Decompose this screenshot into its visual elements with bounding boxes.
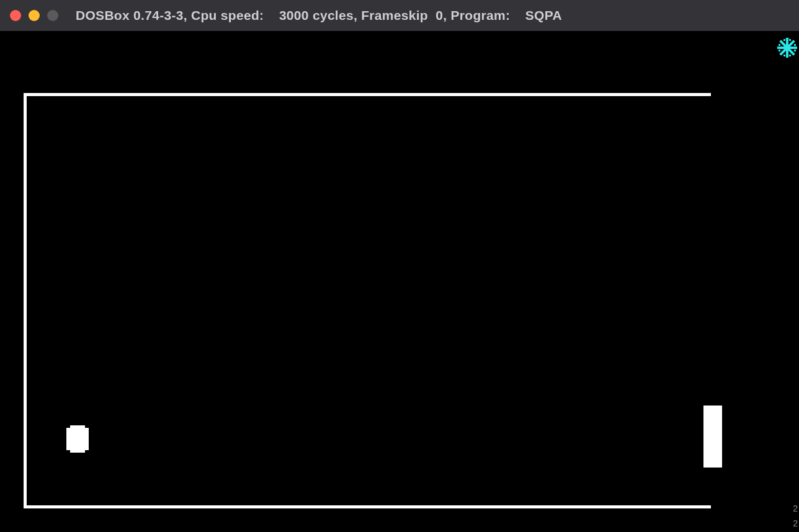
traffic-lights (10, 10, 58, 21)
svg-rect-8 (789, 55, 791, 56)
svg-rect-5 (783, 39, 785, 41)
game-area[interactable]: 2 2 (0, 31, 799, 532)
svg-rect-7 (783, 55, 785, 56)
game-frame (24, 93, 711, 508)
minimize-button[interactable] (29, 10, 40, 21)
close-button[interactable] (10, 10, 21, 21)
svg-rect-10 (779, 50, 780, 51)
svg-rect-9 (779, 44, 780, 46)
window-title: DOSBox 0.74-3-3, Cpu speed: 3000 cycles,… (76, 8, 562, 23)
maximize-button[interactable] (47, 10, 58, 21)
svg-rect-6 (789, 39, 791, 41)
snowflake-icon (777, 38, 797, 58)
edge-mark: 2 (793, 501, 798, 516)
game-paddle[interactable] (703, 406, 722, 468)
window-titlebar[interactable]: DOSBox 0.74-3-3, Cpu speed: 3000 cycles,… (0, 0, 799, 31)
svg-rect-12 (794, 50, 796, 51)
edge-marks: 2 2 (793, 501, 798, 531)
edge-mark: 2 (793, 516, 798, 531)
game-ball (66, 428, 89, 450)
svg-rect-11 (794, 44, 796, 46)
